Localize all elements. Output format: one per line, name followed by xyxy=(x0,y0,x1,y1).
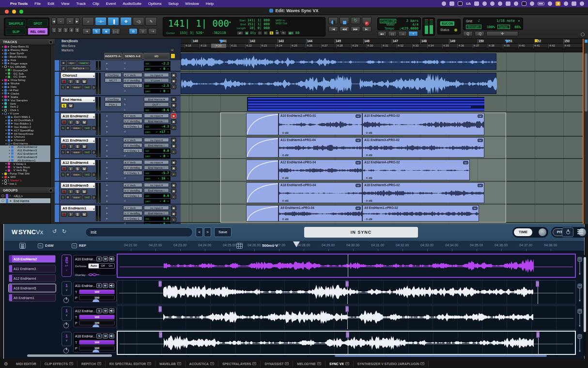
insertion-follows-button[interactable]: ⇢ xyxy=(148,28,157,34)
tracks-menu-icon[interactable] xyxy=(49,40,53,44)
track-list-item[interactable]: ↓Click 1 xyxy=(0,109,50,112)
track-show-dot[interactable] xyxy=(2,56,3,58)
track-control-row[interactable]: A10 EndHarm2▾ISM∿✲wavered▷∗∗∗∗a V Verbb … xyxy=(55,112,181,137)
undo-icon[interactable]: ↺ xyxy=(52,228,57,235)
track-s-button[interactable]: S xyxy=(61,103,67,108)
syncvx-track-item[interactable]: A18 EndHarm5 xyxy=(9,284,56,292)
globe-icon[interactable] xyxy=(498,1,502,6)
track-show-dot[interactable] xyxy=(2,80,3,81)
track-show-dot[interactable] xyxy=(2,83,3,84)
waves-status-icon[interactable] xyxy=(482,1,487,6)
playlist-selector[interactable]: red xyxy=(83,85,91,89)
track-s-button[interactable]: S xyxy=(75,166,80,171)
selection-in-marker[interactable] xyxy=(219,40,224,43)
elastic-window-button[interactable]: ▣ xyxy=(171,183,176,188)
pan-display[interactable]: pan‹ 0 › xyxy=(144,154,170,159)
track-show-dot[interactable] xyxy=(5,116,7,118)
track-show-dot[interactable] xyxy=(5,126,7,128)
row-volume-fader[interactable] xyxy=(576,333,583,352)
track-show-dot[interactable] xyxy=(5,170,7,171)
volume-display[interactable]: vol0.0 xyxy=(144,148,170,153)
track-list-item[interactable]: ▾GC DRUMS xyxy=(0,65,50,68)
track-list-item[interactable]: ▶Chorus1 xyxy=(0,135,50,139)
grid-zoom-icon[interactable] xyxy=(236,243,243,249)
taskbar-item-melodyne[interactable]: MELODYNE xyxy=(293,361,325,367)
sync-anchor-handle[interactable] xyxy=(345,306,349,312)
denoise-option-off[interactable]: Off xyxy=(99,264,107,268)
track-m-button[interactable]: M xyxy=(68,103,74,108)
track-s-button[interactable]: S xyxy=(75,79,80,84)
add-insert-button[interactable]: + xyxy=(171,172,176,176)
time-amount-slider[interactable]: 100 xyxy=(79,315,115,320)
timebase-icon[interactable]: ∿ xyxy=(61,173,65,176)
taskbar-item-sync-vx[interactable]: SYNC VX xyxy=(325,361,354,367)
track-select-strip[interactable] xyxy=(55,72,60,95)
quantize-button[interactable]: Q xyxy=(463,31,473,36)
selection-out-marker[interactable] xyxy=(505,40,510,43)
expand-icon[interactable]: ▷ xyxy=(92,85,96,89)
edit-vscrollbar[interactable] xyxy=(584,39,588,224)
send-slot[interactable]: b V VerbBig xyxy=(123,211,142,215)
comments-button[interactable]: ▣ xyxy=(171,79,176,83)
output-selector[interactable]: End Harms ↑ xyxy=(144,143,169,147)
row-expand-handle[interactable] xyxy=(93,350,99,352)
ruler-label-markers[interactable]: Markers xyxy=(62,48,74,52)
sync-anchor-handle[interactable] xyxy=(346,332,349,338)
ref-label[interactable]: REF xyxy=(79,243,86,248)
mode-shuffle[interactable]: SHUFFLE xyxy=(6,19,26,27)
track-i-button[interactable]: I xyxy=(68,189,74,194)
menu-options[interactable]: Options xyxy=(145,1,165,6)
account-icon[interactable] xyxy=(572,1,576,6)
edit-vscroll-thumb[interactable] xyxy=(585,53,588,112)
elastic-window-button[interactable]: ▣ xyxy=(171,206,176,210)
row-power-icon[interactable] xyxy=(63,323,69,328)
track-select-strip[interactable] xyxy=(55,137,60,158)
taskbar-item-midi-editor[interactable]: MIDI EDITOR xyxy=(12,361,41,367)
track-control-row[interactable]: ✲dynread ▾ZRePitch ●∗∗devol-2.2pan‹ 0 › xyxy=(55,60,181,72)
zoom-preset-4[interactable]: 4 xyxy=(69,27,74,33)
track-show-dot[interactable] xyxy=(5,140,7,141)
input-selector[interactable]: no input ▾ xyxy=(144,206,169,210)
automation-icon[interactable]: ✲ xyxy=(61,61,66,65)
menu-edit[interactable]: Edit xyxy=(44,1,58,6)
comments-button[interactable]: ▣ xyxy=(171,189,176,193)
track-show-dot[interactable] xyxy=(5,69,7,71)
menu-clip[interactable]: Clip xyxy=(89,1,103,6)
taskbar-item-spectralayers[interactable]: SPECTRALAYERS xyxy=(218,361,261,367)
output-selector[interactable]: End Harms ↑ xyxy=(144,211,169,215)
track-show-dot[interactable] xyxy=(5,129,7,131)
track-show-dot[interactable] xyxy=(5,76,7,78)
track-name-box[interactable]: Chorus2▾ xyxy=(61,73,95,78)
track-show-dot[interactable] xyxy=(2,96,3,97)
velocity-value[interactable]: 80 xyxy=(295,31,299,35)
row-mute-button[interactable]: M xyxy=(103,256,108,261)
expand-icon[interactable]: ▷ xyxy=(92,126,96,130)
syncvx-track-item[interactable]: A12 EndHarm4 xyxy=(9,274,56,282)
time-knob[interactable] xyxy=(539,228,546,236)
track-show-dot[interactable] xyxy=(5,73,7,74)
taskbar-item-wavelab[interactable]: WAVELAB xyxy=(155,361,185,367)
swing-value[interactable]: 86% xyxy=(514,25,521,29)
track-m-button[interactable]: M xyxy=(81,166,87,171)
elastic-window-button[interactable]: ▣ xyxy=(171,138,176,143)
send-slot[interactable]: a V Verb xyxy=(123,73,142,77)
track-select-strip[interactable] xyxy=(55,112,60,136)
track-list-item[interactable]: ▶A17 SpeedRap xyxy=(0,128,50,132)
bars-ruler[interactable]: 1401411421431441451461471481491501511521… xyxy=(181,39,584,44)
send-slot[interactable]: b V VerbBig xyxy=(123,78,142,82)
output-selector[interactable]: V Love ↑ xyxy=(144,78,169,82)
freeze-icon[interactable]: ✲ xyxy=(66,85,70,89)
send-empty-slot[interactable]: d xyxy=(124,62,125,64)
denoise-option-on[interactable]: On xyxy=(107,264,114,268)
track-list-item[interactable]: ▶Chorus2 xyxy=(0,139,50,142)
syncvx-vscrollbar[interactable] xyxy=(583,255,586,356)
send-slot[interactable]: a V Verb xyxy=(123,138,142,142)
track-list-item[interactable]: ▶MIX xyxy=(0,176,50,179)
track-name-box[interactable]: End Harms▾ xyxy=(61,97,95,102)
tracklist-toggle-icon[interactable] xyxy=(19,243,26,249)
track-list-item[interactable]: ▾V Love xyxy=(0,112,50,115)
timebase-icon[interactable]: ∿ xyxy=(61,85,65,89)
track-show-dot[interactable] xyxy=(9,156,10,158)
add-insert-button[interactable]: + xyxy=(171,217,176,222)
track-show-dot[interactable] xyxy=(2,180,3,181)
